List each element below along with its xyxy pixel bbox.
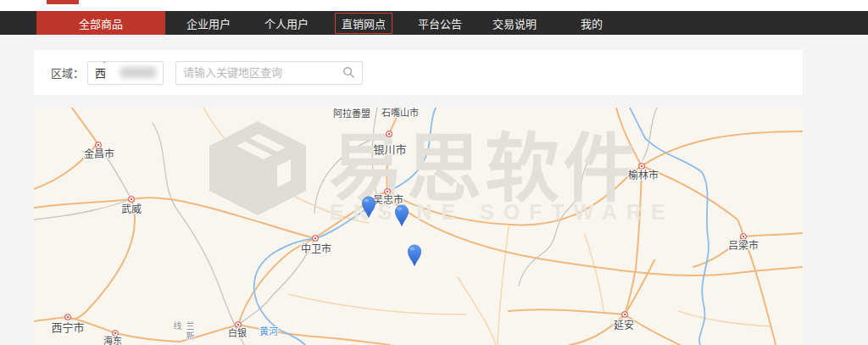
top-strip — [0, 0, 868, 11]
nav-item-label: 个人用户 — [264, 15, 309, 31]
nav-item-label: 企业用户 — [186, 15, 231, 31]
water-label: 黄河 — [259, 324, 278, 337]
nav-item[interactable]: 我的 — [581, 11, 603, 35]
region-search-box — [175, 61, 363, 85]
map-pin-icon[interactable] — [407, 244, 422, 267]
nav-item-label: 我的 — [581, 15, 603, 31]
nav-item-label-highlighted: 直销网点 — [335, 13, 392, 34]
city-label: 延安 — [614, 317, 634, 331]
nav-item-label: 交易说明 — [492, 15, 537, 31]
map-panel[interactable]: 易思软件 ENSINE SOFTWARE 阿拉善盟石嘴山市 银川市 吴忠市 中卫… — [34, 108, 803, 345]
magnifier-icon[interactable] — [342, 66, 355, 79]
city-label: 银川市 — [373, 141, 406, 157]
main-navbar: 全部商品企业用户个人用户直销网点平台公告交易说明我的 — [0, 11, 868, 35]
city-label: 西宁市 — [51, 319, 84, 335]
region-select[interactable]: 山西省 — [87, 61, 164, 85]
nav-item[interactable]: 平台公告 — [418, 11, 462, 35]
nav-item-active[interactable]: 全部商品 — [36, 11, 165, 35]
nav-item[interactable]: 企业用户 — [186, 11, 231, 35]
nav-item-label: 平台公告 — [418, 15, 462, 31]
map-pin-icon[interactable] — [361, 196, 376, 219]
top-red-sliver — [47, 0, 79, 4]
city-label: 吕梁市 — [728, 237, 759, 252]
city-label: 石嘴山市 — [381, 108, 419, 119]
nav-item[interactable]: 交易说明 — [492, 11, 537, 35]
city-label: 海东 — [103, 333, 122, 345]
map-pin-icon[interactable] — [394, 204, 409, 227]
region-select-value: 山西省 — [95, 61, 116, 85]
watermark-cube-logo — [208, 120, 311, 218]
rail-label: 兰新线 — [170, 321, 196, 345]
nav-item[interactable]: 个人用户 — [264, 11, 309, 35]
nav-item[interactable]: 直销网点 — [335, 11, 392, 35]
region-label: 区域： — [51, 64, 84, 81]
city-label: 中卫市 — [301, 241, 331, 255]
region-value-redacted — [120, 67, 156, 78]
city-label: 白银 — [228, 326, 247, 339]
filter-panel: 区域： 山西省 — [34, 50, 803, 95]
city-label: 阿拉善盟 — [333, 108, 370, 120]
region-search-input[interactable] — [183, 66, 342, 79]
city-label: 吴忠市 — [373, 192, 403, 206]
city-label: 榆林市 — [628, 167, 659, 181]
city-label: 武威 — [121, 201, 142, 215]
city-label: 金昌市 — [84, 146, 114, 160]
